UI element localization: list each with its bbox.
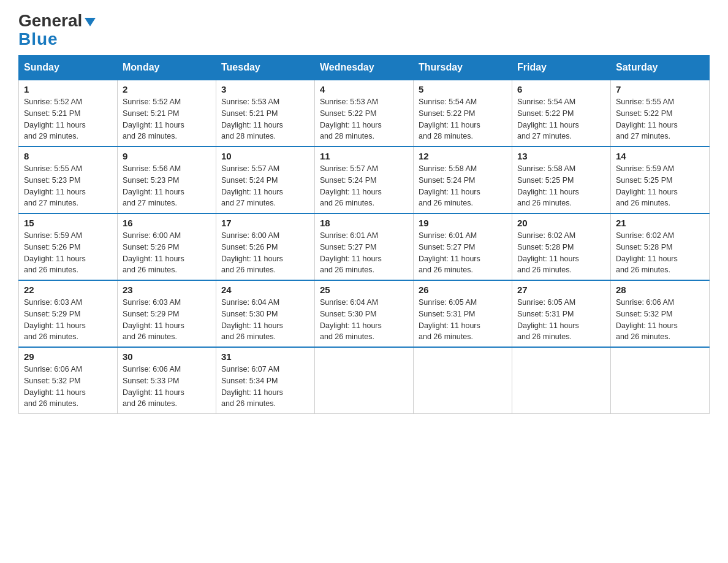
- day-info: Sunrise: 5:59 AM Sunset: 5:26 PM Dayligh…: [24, 230, 112, 276]
- calendar-cell: 25 Sunrise: 6:04 AM Sunset: 5:30 PM Dayl…: [315, 280, 414, 347]
- calendar-cell: 26 Sunrise: 6:05 AM Sunset: 5:31 PM Dayl…: [414, 280, 512, 347]
- week-row-5: 29 Sunrise: 6:06 AM Sunset: 5:32 PM Dayl…: [19, 347, 710, 414]
- calendar-cell: 16 Sunrise: 6:00 AM Sunset: 5:26 PM Dayl…: [118, 213, 216, 280]
- calendar-cell: 27 Sunrise: 6:05 AM Sunset: 5:31 PM Dayl…: [512, 280, 611, 347]
- day-number: 10: [221, 151, 309, 161]
- calendar-cell: 1 Sunrise: 5:52 AM Sunset: 5:21 PM Dayli…: [19, 80, 118, 147]
- day-header-thursday: Thursday: [414, 56, 512, 80]
- day-number: 1: [24, 84, 112, 94]
- day-info: Sunrise: 5:55 AM Sunset: 5:23 PM Dayligh…: [24, 163, 112, 209]
- calendar-cell: 5 Sunrise: 5:54 AM Sunset: 5:22 PM Dayli…: [414, 80, 512, 147]
- day-info: Sunrise: 6:01 AM Sunset: 5:27 PM Dayligh…: [419, 230, 507, 276]
- day-info: Sunrise: 5:52 AM Sunset: 5:21 PM Dayligh…: [123, 96, 211, 142]
- calendar-cell: 17 Sunrise: 6:00 AM Sunset: 5:26 PM Dayl…: [216, 213, 315, 280]
- day-info: Sunrise: 6:04 AM Sunset: 5:30 PM Dayligh…: [320, 297, 408, 343]
- calendar-cell: 21 Sunrise: 6:02 AM Sunset: 5:28 PM Dayl…: [611, 213, 710, 280]
- day-info: Sunrise: 5:58 AM Sunset: 5:24 PM Dayligh…: [419, 163, 507, 209]
- day-info: Sunrise: 6:03 AM Sunset: 5:29 PM Dayligh…: [24, 297, 112, 343]
- day-info: Sunrise: 5:57 AM Sunset: 5:24 PM Dayligh…: [221, 163, 309, 209]
- day-number: 11: [320, 151, 408, 161]
- day-number: 24: [221, 285, 309, 295]
- calendar-cell: 23 Sunrise: 6:03 AM Sunset: 5:29 PM Dayl…: [118, 280, 216, 347]
- day-number: 21: [616, 218, 704, 228]
- day-number: 17: [221, 218, 309, 228]
- calendar-cell: 12 Sunrise: 5:58 AM Sunset: 5:24 PM Dayl…: [414, 147, 512, 213]
- day-number: 22: [24, 285, 112, 295]
- logo-triangle-icon: [83, 15, 97, 29]
- logo: General Blue: [18, 12, 97, 49]
- calendar-cell: [315, 347, 414, 414]
- day-number: 14: [616, 151, 704, 161]
- day-number: 4: [320, 84, 408, 94]
- day-number: 23: [123, 285, 211, 295]
- day-number: 29: [24, 351, 112, 362]
- calendar-cell: 19 Sunrise: 6:01 AM Sunset: 5:27 PM Dayl…: [414, 213, 512, 280]
- calendar-cell: 29 Sunrise: 6:06 AM Sunset: 5:32 PM Dayl…: [19, 347, 118, 414]
- calendar-cell: 13 Sunrise: 5:58 AM Sunset: 5:25 PM Dayl…: [512, 147, 611, 213]
- day-number: 15: [24, 218, 112, 228]
- calendar-cell: [512, 347, 611, 414]
- day-info: Sunrise: 5:53 AM Sunset: 5:22 PM Dayligh…: [320, 96, 408, 142]
- calendar-cell: [414, 347, 512, 414]
- day-info: Sunrise: 6:04 AM Sunset: 5:30 PM Dayligh…: [221, 297, 309, 343]
- logo-blue-text: Blue: [18, 29, 58, 49]
- day-info: Sunrise: 6:07 AM Sunset: 5:34 PM Dayligh…: [221, 364, 309, 410]
- calendar-cell: 2 Sunrise: 5:52 AM Sunset: 5:21 PM Dayli…: [118, 80, 216, 147]
- day-number: 25: [320, 285, 408, 295]
- day-info: Sunrise: 6:06 AM Sunset: 5:32 PM Dayligh…: [24, 364, 112, 410]
- day-info: Sunrise: 6:03 AM Sunset: 5:29 PM Dayligh…: [123, 297, 211, 343]
- day-number: 6: [517, 84, 605, 94]
- day-number: 2: [123, 84, 211, 94]
- calendar-cell: 31 Sunrise: 6:07 AM Sunset: 5:34 PM Dayl…: [216, 347, 315, 414]
- calendar-cell: 20 Sunrise: 6:02 AM Sunset: 5:28 PM Dayl…: [512, 213, 611, 280]
- day-info: Sunrise: 5:52 AM Sunset: 5:21 PM Dayligh…: [24, 96, 112, 142]
- day-number: 30: [123, 351, 211, 362]
- day-header-monday: Monday: [118, 56, 216, 80]
- day-number: 16: [123, 218, 211, 228]
- calendar-cell: 8 Sunrise: 5:55 AM Sunset: 5:23 PM Dayli…: [19, 147, 118, 213]
- header-row: SundayMondayTuesdayWednesdayThursdayFrid…: [19, 56, 710, 80]
- day-info: Sunrise: 6:00 AM Sunset: 5:26 PM Dayligh…: [221, 230, 309, 276]
- day-info: Sunrise: 5:54 AM Sunset: 5:22 PM Dayligh…: [419, 96, 507, 142]
- day-number: 19: [419, 218, 507, 228]
- page-header: General Blue: [18, 12, 710, 49]
- calendar-cell: 3 Sunrise: 5:53 AM Sunset: 5:21 PM Dayli…: [216, 80, 315, 147]
- calendar-cell: 18 Sunrise: 6:01 AM Sunset: 5:27 PM Dayl…: [315, 213, 414, 280]
- day-header-saturday: Saturday: [611, 56, 710, 80]
- day-number: 20: [517, 218, 605, 228]
- calendar-cell: 11 Sunrise: 5:57 AM Sunset: 5:24 PM Dayl…: [315, 147, 414, 213]
- calendar-cell: 6 Sunrise: 5:54 AM Sunset: 5:22 PM Dayli…: [512, 80, 611, 147]
- day-info: Sunrise: 6:02 AM Sunset: 5:28 PM Dayligh…: [616, 230, 704, 276]
- day-number: 3: [221, 84, 309, 94]
- day-info: Sunrise: 5:57 AM Sunset: 5:24 PM Dayligh…: [320, 163, 408, 209]
- day-number: 31: [221, 351, 309, 362]
- calendar-cell: 22 Sunrise: 6:03 AM Sunset: 5:29 PM Dayl…: [19, 280, 118, 347]
- calendar-cell: 7 Sunrise: 5:55 AM Sunset: 5:22 PM Dayli…: [611, 80, 710, 147]
- day-header-tuesday: Tuesday: [216, 56, 315, 80]
- day-number: 12: [419, 151, 507, 161]
- calendar-cell: 24 Sunrise: 6:04 AM Sunset: 5:30 PM Dayl…: [216, 280, 315, 347]
- day-info: Sunrise: 6:06 AM Sunset: 5:32 PM Dayligh…: [616, 297, 704, 343]
- day-number: 18: [320, 218, 408, 228]
- day-info: Sunrise: 5:58 AM Sunset: 5:25 PM Dayligh…: [517, 163, 605, 209]
- day-header-sunday: Sunday: [19, 56, 118, 80]
- day-info: Sunrise: 5:56 AM Sunset: 5:23 PM Dayligh…: [123, 163, 211, 209]
- day-info: Sunrise: 5:55 AM Sunset: 5:22 PM Dayligh…: [616, 96, 704, 142]
- calendar-cell: 28 Sunrise: 6:06 AM Sunset: 5:32 PM Dayl…: [611, 280, 710, 347]
- calendar-header: SundayMondayTuesdayWednesdayThursdayFrid…: [19, 56, 710, 80]
- calendar-cell: 30 Sunrise: 6:06 AM Sunset: 5:33 PM Dayl…: [118, 347, 216, 414]
- week-row-2: 8 Sunrise: 5:55 AM Sunset: 5:23 PM Dayli…: [19, 147, 710, 213]
- day-number: 9: [123, 151, 211, 161]
- day-number: 26: [419, 285, 507, 295]
- logo-general: General: [18, 11, 82, 30]
- week-row-1: 1 Sunrise: 5:52 AM Sunset: 5:21 PM Dayli…: [19, 80, 710, 147]
- calendar-cell: 4 Sunrise: 5:53 AM Sunset: 5:22 PM Dayli…: [315, 80, 414, 147]
- logo-text: General: [18, 12, 97, 29]
- calendar-body: 1 Sunrise: 5:52 AM Sunset: 5:21 PM Dayli…: [19, 80, 710, 414]
- calendar-table: SundayMondayTuesdayWednesdayThursdayFrid…: [18, 55, 710, 414]
- day-number: 13: [517, 151, 605, 161]
- day-header-friday: Friday: [512, 56, 611, 80]
- calendar-cell: 15 Sunrise: 5:59 AM Sunset: 5:26 PM Dayl…: [19, 213, 118, 280]
- day-info: Sunrise: 6:06 AM Sunset: 5:33 PM Dayligh…: [123, 364, 211, 410]
- calendar-cell: [611, 347, 710, 414]
